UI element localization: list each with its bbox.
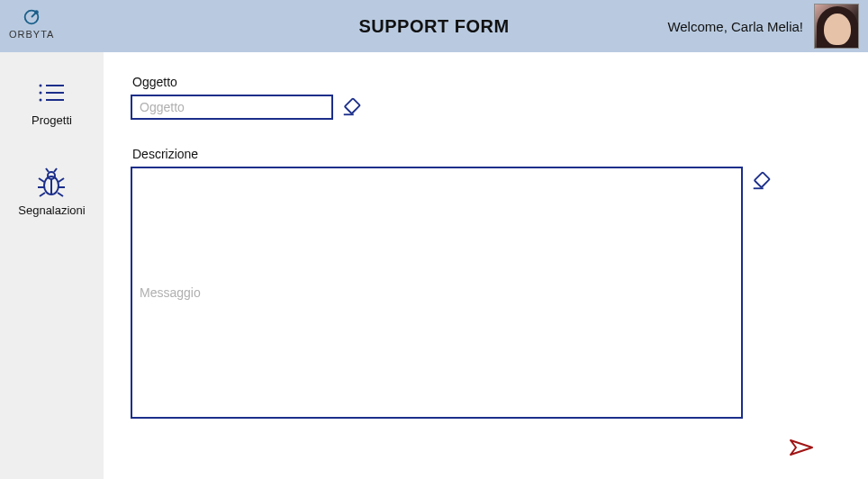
sidebar-item-label: Progetti xyxy=(32,113,72,127)
svg-rect-20 xyxy=(345,98,360,113)
clear-subject-button[interactable] xyxy=(340,96,362,118)
svg-point-5 xyxy=(39,92,41,95)
svg-line-16 xyxy=(58,193,63,196)
svg-line-17 xyxy=(46,168,49,172)
logo-text: ORBYTA xyxy=(9,29,54,40)
send-button[interactable] xyxy=(789,438,814,456)
svg-line-18 xyxy=(54,168,57,172)
logo-icon xyxy=(22,7,41,31)
description-label: Descrizione xyxy=(132,147,841,161)
page-title: SUPPORT FORM xyxy=(358,16,509,37)
svg-marker-24 xyxy=(791,440,812,455)
svg-line-11 xyxy=(39,178,44,182)
list-icon xyxy=(37,77,68,108)
logo: ORBYTA xyxy=(9,7,54,40)
svg-line-15 xyxy=(40,193,45,196)
subject-input[interactable] xyxy=(131,95,333,120)
sidebar: Progetti Segnalazioni xyxy=(0,52,104,479)
send-icon xyxy=(789,438,814,456)
eraser-icon xyxy=(751,171,771,191)
svg-rect-22 xyxy=(755,172,770,187)
svg-point-3 xyxy=(39,85,41,87)
sidebar-item-progetti[interactable]: Progetti xyxy=(32,77,72,127)
sidebar-item-label: Segnalazioni xyxy=(18,203,85,217)
main: Oggetto Descrizione Messaggio xyxy=(104,52,868,479)
sidebar-item-segnalazioni[interactable]: Segnalazioni xyxy=(18,167,85,217)
welcome-text: Welcome, Carla Melia! xyxy=(667,19,803,34)
svg-point-7 xyxy=(39,99,41,102)
clear-description-button[interactable] xyxy=(750,170,772,192)
bug-icon xyxy=(36,167,67,198)
eraser-icon xyxy=(341,97,361,117)
svg-line-2 xyxy=(32,13,37,18)
svg-line-12 xyxy=(59,178,64,182)
header: ORBYTA SUPPORT FORM Welcome, Carla Melia… xyxy=(0,0,868,52)
description-input[interactable] xyxy=(131,167,743,419)
subject-label: Oggetto xyxy=(132,75,841,89)
avatar[interactable] xyxy=(814,4,859,49)
